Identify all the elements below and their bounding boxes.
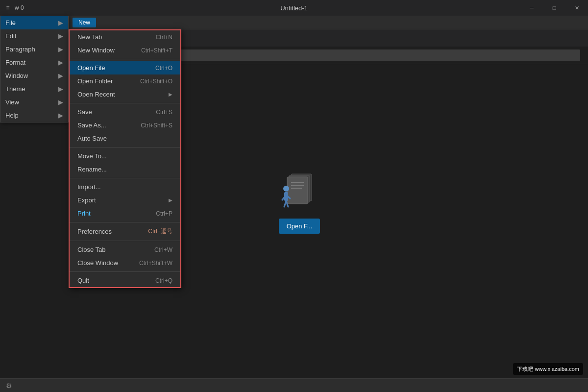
file-menu-open-folder[interactable]: Open Folder Ctrl+Shift+O [70, 74, 180, 88]
arrow-icon: ▶ [58, 46, 63, 53]
arrow-icon: ▶ [58, 112, 63, 119]
arrow-icon: ▶ [58, 59, 63, 66]
file-menu-close-window[interactable]: Close Window Ctrl+Shift+W [70, 256, 180, 270]
sidebar-menu-file[interactable]: File ▶ [0, 16, 68, 29]
sidebar-menu-paragraph[interactable]: Paragraph ▶ [0, 43, 68, 56]
file-menu-close-tab[interactable]: Close Tab Ctrl+W [70, 243, 180, 256]
open-file-button[interactable]: Open F... [279, 219, 320, 234]
file-menu-preferences[interactable]: Preferences Ctrl+逗号 [70, 224, 180, 239]
file-menu-print[interactable]: Print Ctrl+P [70, 207, 180, 220]
arrow-icon: ▶ [58, 72, 63, 79]
file-menu-new-window[interactable]: New Window Ctrl+Shift+T [70, 44, 180, 57]
welcome-illustration [277, 172, 321, 211]
arrow-icon: ▶ [58, 85, 63, 93]
status-bar: ⚙ [0, 378, 588, 392]
file-menu-move-to[interactable]: Move To... [70, 149, 180, 163]
watermark-text: 下载吧 www.xiazaiba.com [517, 366, 579, 372]
separator [70, 222, 180, 222]
separator [70, 241, 180, 241]
sidebar-menu-window[interactable]: Window ▶ [0, 69, 68, 82]
new-button[interactable]: New [73, 18, 96, 27]
sidebar-menu-edit[interactable]: Edit ▶ [0, 29, 68, 43]
window-title: Untitled-1 [280, 4, 308, 12]
welcome-area: Open F... [277, 172, 321, 234]
title-bar-left: ≡ w 0 [0, 4, 24, 12]
sidebar-menu-view[interactable]: View ▶ [0, 96, 68, 109]
sidebar-menu: File ▶ Edit ▶ Paragraph ▶ Format ▶ Windo… [0, 16, 69, 122]
file-menu-new-tab[interactable]: New Tab Ctrl+N [70, 30, 180, 44]
submenu-arrow-icon: ▶ [169, 92, 172, 97]
svg-point-6 [283, 186, 289, 192]
svg-rect-2 [287, 177, 308, 204]
separator [70, 271, 180, 272]
toolbar: New [69, 16, 588, 29]
sidebar-menu-format[interactable]: Format ▶ [0, 56, 68, 69]
file-menu-rename[interactable]: Rename... [70, 163, 180, 176]
sidebar-menu-help[interactable]: Help ▶ [0, 109, 68, 122]
file-menu-save-as[interactable]: Save As... Ctrl+Shift+S [70, 119, 180, 132]
settings-icon[interactable]: ⚙ [6, 382, 12, 390]
file-menu-auto-save[interactable]: Auto Save [70, 132, 180, 145]
title-bar: ≡ w 0 Untitled-1 ─ □ ✕ [0, 0, 588, 16]
title-bar-controls: ─ □ ✕ [520, 0, 588, 16]
separator [70, 103, 180, 103]
watermark: 下载吧 www.xiazaiba.com [513, 363, 583, 375]
file-menu-save[interactable]: Save Ctrl+S [70, 105, 180, 119]
close-button[interactable]: ✕ [565, 0, 588, 16]
maximize-button[interactable]: □ [543, 0, 565, 16]
separator [70, 147, 180, 147]
submenu-arrow-icon: ▶ [169, 197, 172, 203]
arrow-icon: ▶ [58, 19, 63, 26]
arrow-icon: ▶ [58, 32, 63, 40]
file-dropdown: New Tab Ctrl+N New Window Ctrl+Shift+T O… [69, 29, 181, 288]
file-menu-open-file[interactable]: Open File Ctrl+O [70, 61, 180, 74]
arrow-icon: ▶ [58, 98, 63, 106]
minimize-button[interactable]: ─ [520, 0, 543, 16]
file-menu-open-recent[interactable]: Open Recent ▶ [70, 88, 180, 101]
app-icon: ≡ [4, 4, 12, 12]
sidebar-menu-theme[interactable]: Theme ▶ [0, 82, 68, 96]
separator [70, 178, 180, 178]
app-name: w 0 [15, 4, 24, 11]
file-menu-import[interactable]: Import... [70, 180, 180, 194]
file-menu-export[interactable]: Export ▶ [70, 194, 180, 207]
separator [70, 59, 180, 59]
file-menu-quit[interactable]: Quit Ctrl+Q [70, 274, 180, 287]
